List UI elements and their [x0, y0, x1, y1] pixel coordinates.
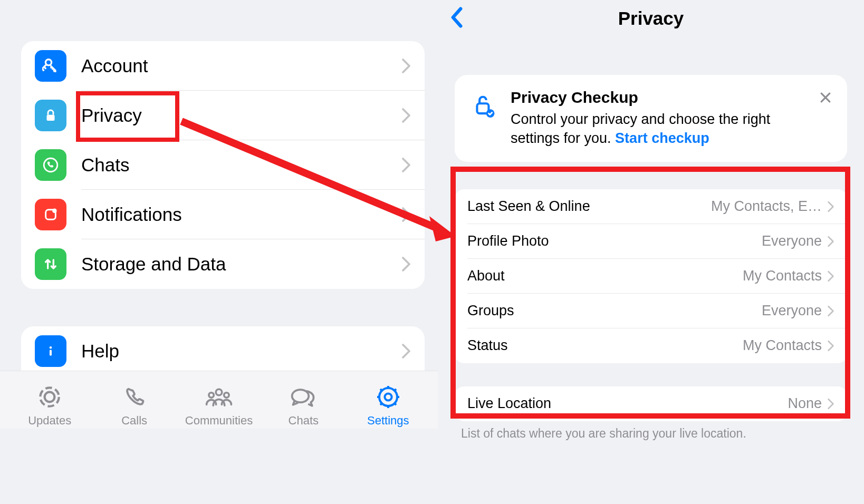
chevron-right-icon — [827, 340, 834, 352]
chats-icon — [290, 382, 317, 412]
chevron-right-icon — [827, 305, 834, 317]
info-icon — [35, 335, 66, 367]
priv-row-label: Last Seen & Online — [467, 198, 711, 215]
tab-label: Communities — [185, 414, 253, 428]
chevron-left-icon — [449, 7, 464, 28]
svg-line-19 — [380, 389, 382, 391]
settings-row-account[interactable]: Account — [21, 41, 425, 91]
lock-icon — [35, 100, 66, 131]
chevron-right-icon — [401, 207, 411, 222]
priv-row-value: My Contacts — [743, 268, 822, 284]
privacy-header: Privacy — [438, 0, 864, 37]
tab-bar: Updates Calls Communities Chats Settings — [0, 371, 438, 429]
svg-point-4 — [52, 208, 57, 213]
tab-calls[interactable]: Calls — [95, 382, 174, 428]
chevron-right-icon — [827, 236, 834, 247]
start-checkup-link[interactable]: Start checkup — [615, 130, 709, 146]
priv-row-value: Everyone — [762, 303, 822, 319]
settings-row-notifications[interactable]: Notifications — [21, 190, 425, 239]
privacy-list-main: Last Seen & Online My Contacts, E… Profi… — [455, 189, 847, 363]
settings-row-storage[interactable]: Storage and Data — [21, 239, 425, 289]
settings-row-label: Chats — [81, 154, 401, 176]
privacy-row-about[interactable]: About My Contacts — [455, 259, 847, 294]
svg-rect-1 — [47, 115, 55, 121]
settings-row-privacy[interactable]: Privacy — [21, 91, 425, 140]
priv-row-value: None — [788, 395, 822, 412]
svg-point-8 — [45, 392, 55, 402]
svg-point-14 — [385, 393, 391, 400]
svg-line-22 — [380, 403, 382, 405]
privacy-pane: Privacy Privacy Checkup Control your pri… — [438, 0, 864, 504]
chevron-right-icon — [401, 157, 411, 173]
settings-row-label: Account — [81, 55, 401, 76]
privacy-list-location: Live Location None — [455, 386, 847, 421]
checkup-text: Privacy Checkup Control your privacy and… — [511, 89, 810, 148]
priv-row-label: Groups — [467, 303, 762, 319]
chevron-right-icon — [827, 201, 834, 212]
privacy-row-last-seen[interactable]: Last Seen & Online My Contacts, E… — [455, 189, 847, 224]
updates-icon — [36, 382, 63, 412]
close-icon — [819, 91, 832, 104]
tab-label: Updates — [28, 414, 71, 428]
settings-icon — [376, 382, 401, 412]
key-icon — [35, 50, 66, 82]
chevron-right-icon — [401, 108, 411, 123]
settings-row-label: Storage and Data — [81, 254, 401, 275]
svg-point-2 — [44, 158, 57, 172]
privacy-row-profile-photo[interactable]: Profile Photo Everyone — [455, 224, 847, 259]
checkup-desc: Control your privacy and choose the righ… — [511, 110, 810, 148]
settings-row-label: Notifications — [81, 204, 401, 225]
tab-updates[interactable]: Updates — [10, 382, 89, 428]
notification-icon — [35, 199, 66, 230]
checkup-title: Privacy Checkup — [511, 89, 810, 106]
settings-row-label: Help — [81, 341, 401, 362]
communities-icon — [205, 382, 233, 412]
svg-point-11 — [224, 393, 229, 398]
chevron-right-icon — [827, 270, 834, 282]
svg-point-7 — [40, 387, 59, 406]
shield-lock-icon — [469, 92, 498, 120]
settings-pane: Account Privacy Chats Noti — [0, 0, 438, 504]
tab-label: Chats — [289, 414, 319, 428]
svg-rect-6 — [50, 350, 52, 356]
settings-help-list: Help — [21, 326, 425, 376]
svg-line-21 — [394, 389, 396, 391]
tab-label: Calls — [121, 414, 147, 428]
chevron-right-icon — [401, 256, 411, 272]
privacy-row-groups[interactable]: Groups Everyone — [455, 294, 847, 328]
settings-row-chats[interactable]: Chats — [21, 140, 425, 190]
tab-chats[interactable]: Chats — [264, 382, 343, 428]
privacy-row-status[interactable]: Status My Contacts — [455, 328, 847, 363]
priv-row-value: My Contacts, E… — [711, 198, 822, 215]
tab-label: Settings — [367, 414, 409, 428]
chevron-right-icon — [401, 58, 411, 74]
priv-row-label: Status — [467, 337, 743, 354]
settings-row-label: Privacy — [81, 105, 401, 126]
settings-row-help[interactable]: Help — [21, 326, 425, 376]
settings-list: Account Privacy Chats Noti — [21, 41, 425, 289]
live-location-footer: List of chats where you are sharing your… — [461, 427, 841, 441]
calls-icon — [122, 382, 147, 412]
close-button[interactable] — [819, 91, 832, 106]
chevron-right-icon — [401, 343, 411, 359]
svg-point-5 — [50, 346, 52, 349]
svg-point-9 — [216, 389, 222, 395]
page-title: Privacy — [618, 8, 684, 29]
svg-point-10 — [209, 393, 214, 398]
priv-row-label: Live Location — [467, 395, 788, 412]
priv-row-value: Everyone — [762, 233, 822, 249]
updown-icon — [35, 248, 66, 280]
chevron-right-icon — [827, 398, 834, 410]
back-button[interactable] — [449, 7, 464, 30]
tab-communities[interactable]: Communities — [179, 382, 258, 428]
priv-row-value: My Contacts — [743, 337, 822, 354]
priv-row-label: About — [467, 268, 743, 284]
privacy-checkup-card[interactable]: Privacy Checkup Control your privacy and… — [455, 75, 847, 162]
svg-line-20 — [394, 403, 396, 405]
tab-settings[interactable]: Settings — [349, 382, 428, 428]
priv-row-label: Profile Photo — [467, 233, 762, 249]
privacy-row-live-location[interactable]: Live Location None — [455, 386, 847, 421]
whatsapp-icon — [35, 149, 66, 181]
